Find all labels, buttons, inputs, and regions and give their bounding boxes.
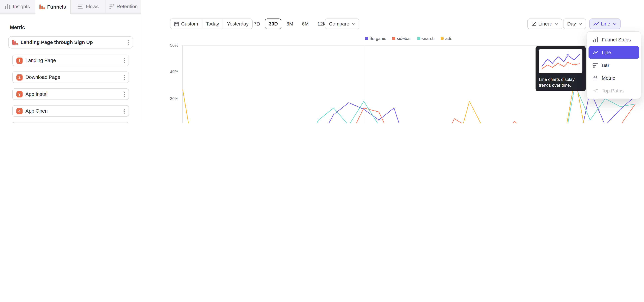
top-paths-icon	[592, 88, 598, 93]
tab-flows[interactable]: Flows	[70, 0, 106, 13]
legend-swatch	[392, 37, 395, 40]
tab-funnels[interactable]: Funnels	[36, 0, 71, 14]
chevron-down-icon	[613, 23, 616, 25]
y-tick-label: 40%	[170, 70, 178, 74]
step-label: Download Page	[26, 74, 60, 80]
line-chart-icon	[594, 22, 599, 26]
legend-item-search[interactable]: search	[417, 36, 434, 40]
line-icon	[592, 50, 598, 54]
funnels-icon	[40, 4, 45, 10]
legend-item-ads[interactable]: ads	[441, 36, 452, 40]
funnel-steps-icon	[592, 37, 598, 42]
funnel-step-landing-page[interactable]: 1Landing Page	[12, 55, 129, 66]
step-label: App Install	[26, 91, 48, 97]
chevron-down-icon	[555, 23, 558, 25]
kebab-icon[interactable]	[124, 58, 125, 63]
funnel-step-app-open[interactable]: 4App Open	[12, 105, 129, 117]
insights-icon	[5, 4, 10, 9]
y-tick-label: 20%	[170, 123, 178, 123]
tab-bar: InsightsFunnelsFlowsRetention	[0, 0, 141, 14]
tab-insights[interactable]: Insights	[0, 0, 36, 13]
chart-type-menu: Funnel StepsLineBarMetricTop Paths	[586, 31, 641, 99]
legend-swatch	[441, 37, 444, 40]
menu-item-top-paths: Top Paths	[588, 84, 639, 97]
step-label: Landing Page	[26, 58, 56, 63]
flows-icon	[78, 4, 83, 9]
step-number-badge: 4	[16, 108, 23, 114]
funnel-steps-list: 1Landing Page2Download Page3App Install4…	[12, 55, 129, 123]
kebab-icon[interactable]	[124, 108, 125, 114]
legend-item-sidebar[interactable]: sidebar	[392, 36, 411, 40]
range-3m[interactable]: 3M	[283, 18, 297, 29]
funnel-metric-icon	[12, 40, 18, 45]
interval-day-button[interactable]: Day	[563, 18, 586, 29]
chart-legend: $organicsidebarsearchads	[182, 36, 635, 40]
range-toggle-group: 7D30D3M6M12M	[250, 18, 330, 29]
menu-item-bar[interactable]: Bar	[588, 59, 639, 72]
step-number-badge: 2	[16, 74, 23, 80]
menu-item-line[interactable]: Line	[588, 46, 639, 59]
line-chart-preview	[539, 49, 582, 73]
step-number-badge: 3	[16, 91, 23, 97]
kebab-icon[interactable]	[128, 40, 129, 45]
calendar-icon	[174, 21, 179, 26]
linear-scale-button[interactable]: Linear	[527, 18, 562, 29]
menu-item-metric[interactable]: Metric	[588, 72, 639, 84]
custom-date-button[interactable]: Custom	[170, 19, 202, 29]
funnel-step-sign-up[interactable]: 5Sign Up	[12, 122, 129, 123]
funnel-title: Landing Page through Sign Up	[20, 40, 93, 45]
funnels-app: InsightsFunnelsFlowsRetention Metric Lan…	[0, 0, 644, 123]
menu-item-funnel-steps[interactable]: Funnel Steps	[588, 33, 639, 46]
retention-icon	[109, 4, 114, 9]
today-button[interactable]: Today	[202, 19, 223, 29]
tab-retention[interactable]: Retention	[106, 0, 142, 13]
funnel-step-app-install[interactable]: 3App Install	[12, 88, 129, 100]
legend-swatch	[365, 37, 368, 40]
range-6m[interactable]: 6M	[298, 18, 312, 29]
date-preset-group: Custom Today Yesterday	[170, 18, 253, 29]
range-7d[interactable]: 7D	[250, 18, 264, 29]
compare-button[interactable]: Compare	[325, 18, 360, 29]
funnel-card-header[interactable]: Landing Page through Sign Up	[8, 36, 133, 48]
chart-type-tooltip: Line charts display trends over time.	[536, 46, 586, 91]
metric-icon	[592, 75, 598, 80]
yesterday-button[interactable]: Yesterday	[223, 19, 252, 29]
chevron-down-icon	[579, 23, 582, 25]
y-axis-labels: 0%10%20%30%40%50%	[162, 45, 180, 123]
range-30d[interactable]: 30D	[265, 18, 282, 29]
axis-icon	[532, 21, 536, 26]
kebab-icon[interactable]	[124, 74, 125, 80]
funnel-step-download-page[interactable]: 2Download Page	[12, 72, 129, 83]
bar-icon	[592, 62, 598, 68]
legend-swatch	[417, 37, 420, 40]
kebab-icon[interactable]	[124, 92, 125, 97]
legend-item-organic[interactable]: $organic	[365, 36, 386, 40]
y-tick-label: 50%	[170, 43, 178, 48]
tooltip-text: Line charts display trends over time.	[539, 76, 582, 88]
chart-type-line-button[interactable]: Line	[589, 18, 620, 29]
y-tick-label: 30%	[170, 96, 178, 101]
step-number-badge: 1	[16, 58, 23, 64]
metric-section-label: Metric	[10, 25, 25, 30]
step-label: App Open	[26, 108, 48, 114]
main-panel: Custom Today Yesterday 7D30D3M6M12M Comp…	[141, 0, 644, 123]
sidebar: Metric Landing Page through Sign Up 1Lan…	[0, 14, 141, 123]
chevron-down-icon	[352, 23, 356, 25]
